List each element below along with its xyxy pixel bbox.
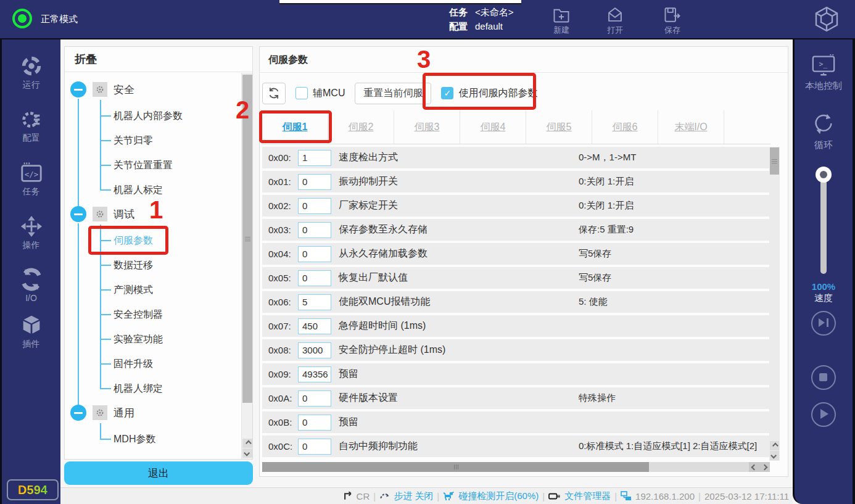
collapse-toggle-icon[interactable] <box>70 81 86 97</box>
aux-mcu-checkbox[interactable]: ✓ 辅MCU <box>295 87 345 100</box>
param-value-input[interactable] <box>298 318 331 334</box>
tree-item-label: 关节位置重置 <box>114 159 173 172</box>
save-floppy-icon <box>653 6 692 23</box>
speed-slider-knob[interactable] <box>816 167 832 183</box>
tree-item[interactable]: 实验室功能 <box>100 327 241 352</box>
param-value-input[interactable] <box>298 198 331 214</box>
step-forward-button[interactable] <box>811 311 836 336</box>
step-status[interactable]: 步进 关闭 <box>394 490 433 502</box>
param-value-input[interactable] <box>298 174 331 190</box>
param-value-input[interactable] <box>298 390 331 407</box>
sidebar-item-run[interactable]: 运行 <box>2 54 60 91</box>
tree-item[interactable]: MDH参数 <box>100 427 241 452</box>
svg-text:</>: </> <box>24 170 38 179</box>
save-button[interactable]: 保存 <box>653 6 692 36</box>
servo-tab[interactable]: 伺服6 <box>592 110 658 144</box>
param-address: 0x08: <box>268 345 298 355</box>
param-value-input[interactable] <box>298 270 331 286</box>
tree-item[interactable]: 伺服参数 <box>100 228 241 253</box>
servo-tab-label: 伺服2 <box>349 121 374 134</box>
scroll-left-button[interactable] <box>749 462 759 472</box>
local-control-label: 本地控制 <box>795 80 853 92</box>
param-value-input[interactable] <box>298 415 331 431</box>
param-value-input[interactable] <box>298 366 331 382</box>
servo-tab[interactable]: 末端I/O <box>658 110 724 144</box>
checkbox-icon[interactable]: ✓ <box>295 87 308 99</box>
scroll-up-button[interactable] <box>242 439 252 448</box>
param-table-row: 0x08: 安全防护停止超时 (1ms) <box>262 339 769 361</box>
tree-group: 调试 伺服参数 数据迁移 产测模式 安全控制器 实验室功能 固件升级 机器人绑定 <box>70 205 241 401</box>
refresh-button[interactable] <box>262 83 286 104</box>
tree-scrollbar-thumb[interactable] <box>242 75 252 403</box>
servo-tab[interactable]: 伺服2 <box>328 110 394 144</box>
servo-tab[interactable]: 伺服5 <box>526 110 592 144</box>
collapse-toggle-icon[interactable] <box>70 206 86 222</box>
servo-tab[interactable]: 伺服4 <box>460 110 526 144</box>
use-internal-checkbox[interactable]: ✓ 使用伺服内部参数 <box>441 87 537 100</box>
scroll-up-button[interactable] <box>770 441 779 450</box>
param-address: 0x07: <box>268 321 298 331</box>
datetime: 2025-03-12 17:11:11 <box>704 491 789 502</box>
sidebar-item-io[interactable]: I/O <box>2 268 60 303</box>
tree-item[interactable]: 数据迁移 <box>100 253 241 278</box>
horizontal-scrollbar[interactable] <box>262 462 770 472</box>
param-value-input[interactable] <box>298 342 331 358</box>
open-button[interactable]: 打开 <box>595 6 635 36</box>
sidebar-item-plugin[interactable]: 插件 <box>2 313 60 350</box>
param-address: 0x05: <box>268 273 298 283</box>
horizontal-scrollbar-thumb[interactable] <box>262 462 649 472</box>
servo-tab[interactable]: 伺服1 <box>262 110 328 144</box>
sidebar-item-operate[interactable]: 操作 <box>2 215 60 251</box>
tree-item[interactable]: 关节位置重置 <box>100 153 241 178</box>
scroll-down-button[interactable] <box>770 451 779 460</box>
param-value-input[interactable] <box>298 150 331 166</box>
checkbox-checked-icon[interactable]: ✓ <box>441 87 453 99</box>
param-table-row: 0x03: 保存参数至永久存储 保存:5 重置:9 <box>262 219 769 241</box>
loop-cycle-icon <box>811 111 836 137</box>
param-description: 自动中频抑制功能 <box>339 440 418 453</box>
collision-status[interactable]: 碰撞检测开启(60%) <box>458 490 539 502</box>
tree-item[interactable]: 产测模式 <box>100 278 241 302</box>
sidebar-item-task[interactable]: </> 任务 <box>2 161 60 197</box>
param-description: 安全防护停止超时 (1ms) <box>339 344 445 357</box>
tree-item[interactable]: 固件升级 <box>100 352 241 376</box>
tree-group-header[interactable]: 调试 <box>70 205 241 223</box>
tree-item-label: 安全控制器 <box>114 308 163 321</box>
tree-children: MDH参数 <box>100 427 241 452</box>
sidebar-item-config[interactable]: 配置 <box>2 107 60 144</box>
tree-item[interactable]: 安全控制器 <box>100 302 241 327</box>
param-value-input[interactable] <box>298 222 331 238</box>
vertical-scrollbar[interactable] <box>769 147 780 461</box>
scroll-right-button[interactable] <box>759 462 770 472</box>
tree-item[interactable]: 机器人内部参数 <box>100 104 241 128</box>
new-button[interactable]: 新建 <box>542 6 581 36</box>
param-value-input[interactable] <box>298 246 331 262</box>
corner-arrow-icon <box>344 492 353 501</box>
tree-group-header[interactable]: 安全 <box>70 80 241 99</box>
param-value-input[interactable] <box>298 294 331 310</box>
brand-logo-icon <box>813 6 840 33</box>
speed-slider-track[interactable] <box>820 176 827 274</box>
param-value-input[interactable] <box>298 439 331 455</box>
param-address: 0x0B: <box>268 417 298 428</box>
file-manager-link[interactable]: 文件管理器 <box>564 490 611 502</box>
param-table: 0x00: 速度检出方式 0->M，1->MT 0x01: 振动抑制开关 0:关… <box>262 147 769 461</box>
tree-group-header[interactable]: 通用 <box>70 403 241 422</box>
stop-button[interactable] <box>811 365 836 390</box>
tree-scrollbar[interactable] <box>241 73 252 459</box>
vertical-scrollbar-thumb[interactable] <box>770 147 779 175</box>
local-control-button[interactable]: >_ <box>795 53 853 78</box>
tree-item[interactable]: 机器人标定 <box>100 178 241 202</box>
exit-button[interactable]: 退出 <box>64 461 253 485</box>
step-arrow-icon <box>379 492 390 501</box>
scroll-down-button[interactable] <box>242 448 252 458</box>
loop-button[interactable] <box>795 111 853 137</box>
collapse-toggle-icon[interactable] <box>70 405 86 421</box>
tree-item[interactable]: 关节归零 <box>100 128 241 153</box>
right-sidebar: >_ 本地控制 循环 100% 速度 <box>793 39 855 504</box>
tree-item[interactable]: 机器人绑定 <box>100 376 241 401</box>
servo-tab[interactable]: 伺服3 <box>394 110 460 144</box>
play-button[interactable] <box>811 402 836 427</box>
mode-label: 正常模式 <box>41 14 78 25</box>
reset-current-servo-button[interactable]: 重置当前伺服 <box>355 83 431 104</box>
